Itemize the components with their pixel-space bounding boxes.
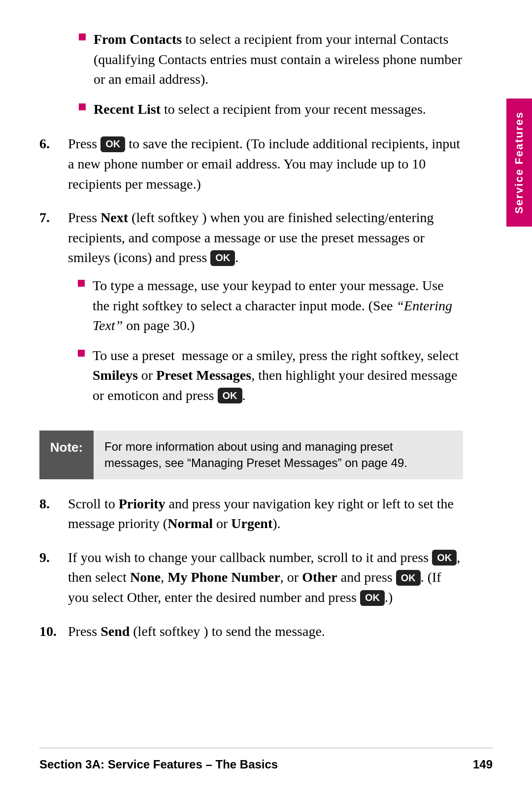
sub-bullet-1-text: To type a message, use your keypad to en… — [93, 276, 463, 336]
sub-bullet-square-2 — [78, 350, 85, 357]
item-7-content: Press Next (left softkey ) when you are … — [68, 208, 463, 415]
sub-bullet-2-text: To use a preset message or a smiley, pre… — [93, 346, 463, 406]
item-7-ok-badge: OK — [210, 250, 235, 266]
smileys-label: Smileys — [93, 367, 138, 383]
recent-list-text: Recent List to select a recipient from y… — [94, 100, 463, 120]
from-contacts-label: From Contacts — [94, 32, 182, 47]
item-8-content: Scroll to Priority and press your naviga… — [68, 494, 463, 534]
item-8-or: or — [213, 516, 231, 531]
item-7-number: 7. — [39, 208, 59, 228]
item-9-other: Other — [302, 569, 337, 585]
numbered-item-7: 7. Press Next (left softkey ) when you a… — [39, 208, 463, 415]
note-label: Note: — [39, 431, 94, 479]
item-9-ok-badge-1: OK — [432, 550, 457, 565]
item-9-text3: , or — [280, 569, 302, 585]
item-9-text6: .) — [385, 590, 393, 605]
item-6-text-before: Press — [68, 136, 100, 151]
page-container: Service Features From Contacts to select… — [0, 0, 532, 798]
item-9-comma: , — [161, 569, 167, 585]
item-8-scroll: Scroll to — [68, 496, 119, 511]
note-content: For more information about using and man… — [94, 431, 463, 479]
recent-list-label: Recent List — [94, 101, 161, 117]
item-9-ok-badge-3: OK — [360, 590, 385, 606]
sub-bullet-ok-badge: OK — [218, 388, 242, 403]
preset-messages-label: Preset Messages — [156, 367, 251, 383]
side-tab-label: Service Features — [511, 111, 527, 214]
numbered-item-10: 10. Press Send (left softkey ) to send t… — [39, 622, 463, 642]
item-10-content: Press Send (left softkey ) to send the m… — [68, 622, 463, 642]
from-contacts-text: From Contacts to select a recipient from… — [94, 30, 463, 90]
item-6-number: 6. — [39, 134, 59, 154]
item-8-number: 8. — [39, 494, 59, 514]
numbered-item-9: 9. If you wish to change your callback n… — [39, 548, 463, 608]
sub-bullet-square-1 — [78, 280, 85, 287]
footer-right: 149 — [473, 756, 493, 773]
item-7-next: Next — [100, 210, 128, 225]
item-10-number: 10. — [39, 622, 59, 642]
item-8-paren: ). — [272, 516, 280, 531]
item-9-ok-badge-2: OK — [396, 570, 421, 586]
numbered-item-6: 6. Press OK to save the recipient. (To i… — [39, 134, 463, 194]
footer-left: Section 3A: Service Features – The Basic… — [39, 756, 278, 773]
item-9-content: If you wish to change your callback numb… — [68, 548, 463, 608]
item-6-ok-badge: OK — [100, 136, 125, 152]
numbered-item-8: 8. Scroll to Priority and press your nav… — [39, 494, 463, 534]
item-9-number: 9. — [39, 548, 59, 568]
top-bullet-list: From Contacts to select a recipient from… — [79, 30, 463, 119]
item-10-press: Press — [68, 624, 100, 639]
sub-bullet-2: To use a preset message or a smiley, pre… — [78, 346, 463, 406]
footer: Section 3A: Service Features – The Basic… — [39, 748, 493, 773]
note-text: For more information about using and man… — [104, 440, 407, 470]
item-7-text3: . — [235, 250, 238, 265]
item-7-press: Press — [68, 210, 100, 225]
note-box: Note: For more information about using a… — [39, 431, 463, 479]
item-9-myphone: My Phone Number — [167, 569, 280, 585]
bullet-from-contacts: From Contacts to select a recipient from… — [79, 30, 463, 90]
item-9-text1: If you wish to change your callback numb… — [68, 550, 432, 565]
main-content: From Contacts to select a recipient from… — [39, 30, 493, 641]
bullet-square-icon-2 — [79, 103, 86, 110]
item-6-text-after: to save the recipient. (To include addit… — [68, 136, 460, 191]
entering-text-ref: “Entering Text” — [93, 298, 452, 333]
side-tab: Service Features — [506, 99, 532, 227]
item-10-text: (left softkey ) to send the message. — [130, 624, 325, 639]
item-9-text4: and press — [337, 569, 396, 585]
sub-bullet-1: To type a message, use your keypad to en… — [78, 276, 463, 336]
bullet-square-icon — [79, 33, 86, 40]
sub-bullet-list: To type a message, use your keypad to en… — [78, 276, 463, 406]
bullet-recent-list: Recent List to select a recipient from y… — [79, 100, 463, 120]
item-8-normal: Normal — [167, 516, 213, 531]
item-8-urgent: Urgent — [231, 516, 272, 531]
item-9-none: None — [130, 569, 161, 585]
item-6-content: Press OK to save the recipient. (To incl… — [68, 134, 463, 194]
item-10-send: Send — [100, 624, 130, 639]
item-8-priority: Priority — [119, 496, 166, 511]
